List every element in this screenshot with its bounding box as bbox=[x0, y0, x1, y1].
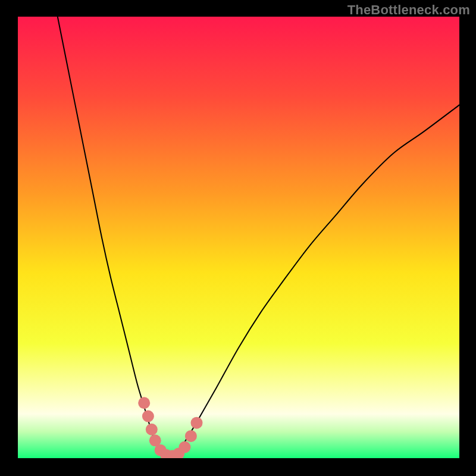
highlight-point bbox=[142, 411, 154, 422]
highlight-point bbox=[191, 417, 203, 429]
plot-area bbox=[18, 17, 459, 458]
gradient-background bbox=[18, 17, 459, 458]
chart-frame: TheBottleneck.com bbox=[0, 0, 476, 476]
highlight-point bbox=[185, 430, 197, 442]
highlight-point bbox=[138, 397, 150, 409]
highlight-point bbox=[178, 441, 190, 453]
bottleneck-curve-chart bbox=[18, 17, 459, 458]
watermark-text: TheBottleneck.com bbox=[347, 2, 470, 18]
highlight-point bbox=[146, 424, 158, 436]
